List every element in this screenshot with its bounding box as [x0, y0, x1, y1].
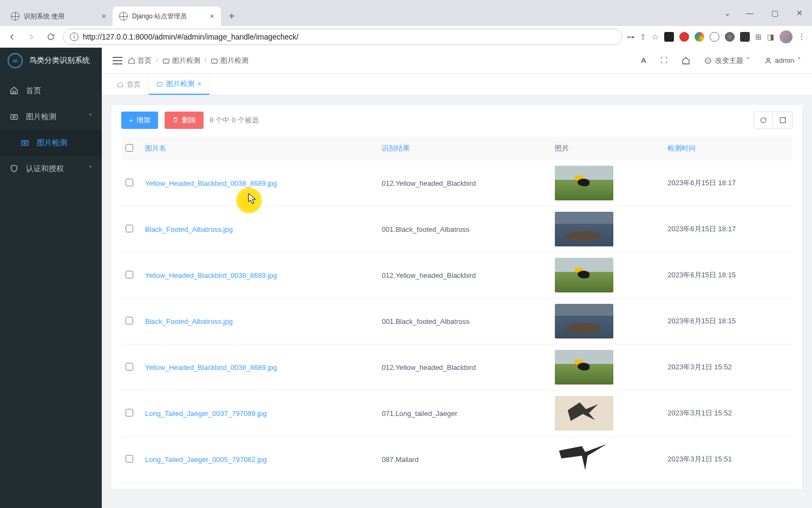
- browser-tab-1[interactable]: Django 站点管理员 ×: [113, 6, 221, 26]
- share-icon[interactable]: ⇧: [640, 32, 646, 41]
- window-minimize-icon[interactable]: ―: [737, 4, 762, 22]
- nav-forward-icon: [24, 29, 39, 44]
- site-info-icon[interactable]: i: [70, 32, 78, 41]
- nav-back-icon[interactable]: [4, 29, 19, 44]
- extension-icon[interactable]: [695, 32, 704, 42]
- row-checkbox[interactable]: [126, 363, 133, 370]
- filename-link[interactable]: Black_Footed_Albatross.jpg: [145, 317, 233, 325]
- extension-icon[interactable]: [740, 32, 750, 42]
- time-cell: 2023年3月1日 15:52: [663, 390, 793, 437]
- bookmark-icon[interactable]: ☆: [652, 32, 659, 41]
- topbar-right: A ⛶ 改变主题 ˅ admin ˅: [641, 56, 801, 66]
- window-close-icon[interactable]: ✕: [787, 4, 812, 22]
- filename-link[interactable]: Long_Tailed_Jaeger_0037_797099.jpg: [145, 409, 267, 418]
- sidepanel-icon[interactable]: ◨: [767, 32, 774, 41]
- tab-close-icon[interactable]: ×: [102, 12, 106, 20]
- row-checkbox[interactable]: [126, 225, 133, 232]
- sidebar-item-label: 首页: [26, 86, 41, 96]
- page-tab-home[interactable]: 首页: [109, 74, 149, 95]
- row-checkbox[interactable]: [126, 179, 133, 186]
- window-controls: ⌄ ― ▢ ✕: [718, 0, 812, 26]
- result-cell: 012.Yellow_headed_Blackbird: [377, 252, 550, 298]
- extension-icon[interactable]: [679, 32, 689, 42]
- col-result[interactable]: 识别结果: [377, 136, 550, 160]
- filename-link[interactable]: Yellow_Headed_Blackbird_0038_8689.jpg: [145, 271, 277, 279]
- refresh-button[interactable]: [754, 112, 773, 129]
- thumbnail-image[interactable]: [555, 258, 613, 292]
- toolbar-right: ⊶ ⇧ ☆ ⊞ ◨ ⋮: [627, 30, 808, 43]
- tab-strip: 识别系统 使用 × Django 站点管理员 × + ⌄ ― ▢ ✕: [0, 0, 812, 26]
- add-button[interactable]: + 增加: [121, 112, 158, 129]
- thumbnail-image[interactable]: [555, 442, 613, 477]
- sidebar-item-home[interactable]: 首页: [0, 78, 102, 104]
- user-menu[interactable]: admin ˅: [764, 56, 801, 64]
- svg-point-8: [708, 59, 709, 60]
- tab-close-icon[interactable]: ×: [198, 80, 201, 88]
- sidebar-item-label: 图片检测: [26, 112, 56, 122]
- browser-toolbar: i http://127.0.0.1:8000/admin/#/admin/im…: [0, 26, 812, 48]
- svg-rect-12: [780, 118, 785, 122]
- tab-close-icon[interactable]: ×: [210, 12, 214, 20]
- sidebar-item-image-detect-child[interactable]: 图片检测: [0, 130, 102, 156]
- filename-link[interactable]: Yellow_Headed_Blackbird_0038_8689.jpg: [145, 363, 277, 372]
- list-card: + 增加 删除 8 个中 0 个被选: [112, 105, 802, 489]
- select-all-checkbox[interactable]: [126, 144, 133, 152]
- extension-icon[interactable]: [710, 32, 719, 42]
- logo-icon: ∞: [8, 53, 23, 68]
- nav-reload-icon[interactable]: [43, 29, 58, 44]
- tabs-bar: 首页 图片检测 ×: [102, 74, 812, 95]
- extension-icon[interactable]: [725, 32, 735, 42]
- fullscreen-icon[interactable]: ⛶: [660, 56, 667, 64]
- profile-avatar-icon[interactable]: [780, 30, 793, 43]
- kebab-menu-icon[interactable]: ⋮: [798, 32, 806, 41]
- sidebar-toggle-icon[interactable]: [113, 57, 122, 64]
- col-filename[interactable]: 图片名: [141, 136, 377, 160]
- breadcrumb-section[interactable]: 图片检测: [162, 56, 200, 66]
- filename-link[interactable]: Yellow_Headed_Blackbird_0038_8689.jpg: [145, 179, 277, 187]
- sidebar-item-image-detect[interactable]: 图片检测 ˄: [0, 104, 102, 130]
- result-cell: 001.Black_footed_Albatross: [377, 206, 550, 252]
- row-checkbox[interactable]: [126, 455, 133, 463]
- window-maximize-icon[interactable]: ▢: [762, 4, 787, 22]
- thumbnail-image[interactable]: [555, 166, 613, 200]
- row-checkbox[interactable]: [126, 409, 133, 416]
- home-icon[interactable]: [682, 56, 690, 65]
- selection-text: 8 个中 0 个被选: [210, 115, 259, 125]
- tab-title: 识别系统 使用: [24, 12, 97, 21]
- tab-dropdown-icon[interactable]: ⌄: [718, 4, 737, 22]
- thumbnail-image[interactable]: [555, 350, 613, 385]
- extension-icon[interactable]: [664, 32, 674, 42]
- filename-link[interactable]: Black_Footed_Albatross.jpg: [145, 225, 233, 233]
- theme-selector[interactable]: 改变主题 ˅: [704, 56, 750, 66]
- result-cell: 071.Long_tailed_Jaeger: [377, 390, 550, 437]
- chevron-down-icon: ˅: [797, 56, 801, 64]
- row-checkbox[interactable]: [126, 271, 133, 278]
- row-checkbox[interactable]: [126, 317, 133, 324]
- browser-chrome: 识别系统 使用 × Django 站点管理员 × + ⌄ ― ▢ ✕ i htt…: [0, 0, 812, 48]
- page-tab-image-detect[interactable]: 图片检测 ×: [149, 74, 209, 95]
- expand-button[interactable]: [773, 112, 793, 129]
- content-area: + 增加 删除 8 个中 0 个被选: [102, 95, 812, 508]
- delete-button[interactable]: 删除: [165, 112, 204, 129]
- font-icon[interactable]: A: [641, 56, 646, 64]
- breadcrumb-label: 图片检测: [172, 56, 200, 66]
- sidebar-header: ∞ 鸟类分类识别系统: [0, 48, 102, 74]
- topbar: 首页 / 图片检测 / 图片检测 A ⛶: [102, 48, 812, 74]
- col-time[interactable]: 检测时间: [663, 136, 793, 160]
- url-bar[interactable]: i http://127.0.0.1:8000/admin/#/admin/im…: [63, 29, 623, 45]
- thumbnail-image[interactable]: [555, 304, 613, 338]
- thumbnail-image[interactable]: [555, 396, 613, 431]
- breadcrumb-sep: /: [156, 56, 158, 64]
- thumbnail-image[interactable]: [555, 212, 613, 246]
- filename-link[interactable]: Long_Tailed_Jaeger_0005_797062.jpg: [145, 455, 267, 464]
- svg-point-1: [13, 115, 15, 118]
- sidebar-item-auth[interactable]: 认证和授权 ˅: [0, 156, 102, 182]
- key-icon[interactable]: ⊶: [627, 32, 634, 41]
- time-cell: 2023年6月15日 18:15: [663, 252, 793, 298]
- result-cell: 087.Mallard: [377, 437, 550, 483]
- add-button-label: 增加: [136, 115, 150, 125]
- new-tab-button[interactable]: +: [224, 9, 239, 24]
- browser-tab-0[interactable]: 识别系统 使用 ×: [4, 6, 113, 26]
- extensions-puzzle-icon[interactable]: ⊞: [755, 32, 762, 41]
- breadcrumb-home[interactable]: 首页: [128, 56, 152, 66]
